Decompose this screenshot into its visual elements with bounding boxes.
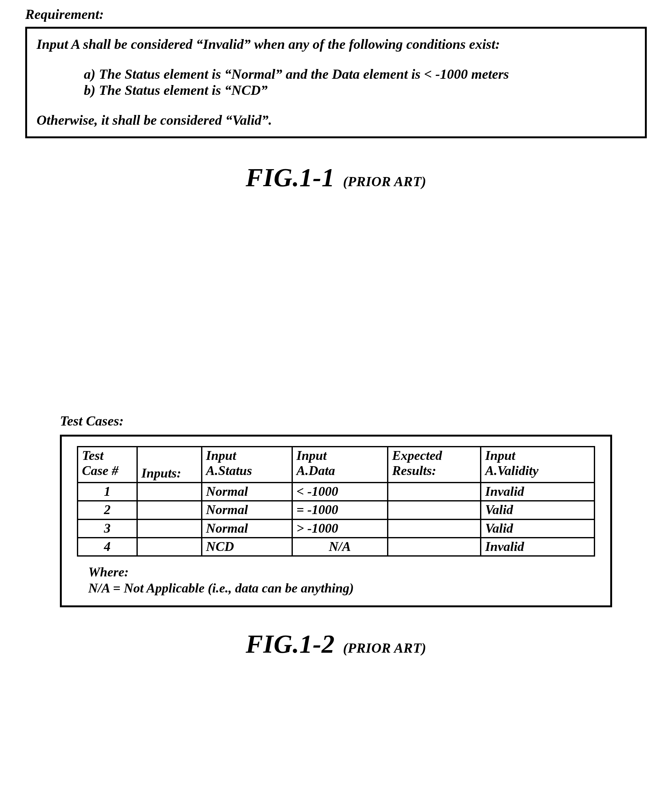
cell-validity: Invalid — [481, 538, 595, 556]
col-header-expected: Expected Results: — [388, 447, 481, 483]
cell-validity: Valid — [481, 520, 595, 538]
cell-expected — [388, 483, 481, 501]
cell-expected — [388, 501, 481, 519]
table-row: 1 Normal < -1000 Invalid — [77, 483, 595, 501]
where-block: Where: N/A = Not Applicable (i.e., data … — [88, 564, 595, 596]
table-row: 3 Normal > -1000 Valid — [77, 520, 595, 538]
cell-validity: Invalid — [481, 483, 595, 501]
figure-1-1-caption: FIG.1-1 (PRIOR ART) — [25, 163, 647, 193]
requirement-otherwise: Otherwise, it shall be considered “Valid… — [37, 112, 638, 128]
test-cases-section-label: Test Cases: — [60, 413, 647, 429]
col-header-a-status: Input A.Status — [202, 447, 292, 483]
cell-inputs — [137, 520, 202, 538]
table-header-row: Test Case # Inputs: Input A.Status Input… — [77, 447, 595, 483]
col-header-inputs: Inputs: — [137, 447, 202, 483]
requirement-section-label: Requirement: — [25, 6, 647, 23]
cell-validity: Valid — [481, 501, 595, 519]
requirement-box: Input A shall be considered “Invalid” wh… — [25, 27, 647, 138]
figure-1-1-priorart: (PRIOR ART) — [343, 174, 426, 189]
table-row: 2 Normal = -1000 Valid — [77, 501, 595, 519]
col-header-test-case-l2: Case # — [82, 463, 119, 478]
requirement-condition-a: a) The Status element is “Normal” and th… — [84, 66, 638, 82]
col-header-expected-l2: Results: — [392, 463, 436, 478]
cell-inputs — [137, 538, 202, 556]
figure-1-2-number: FIG.1-2 — [246, 630, 335, 658]
table-row: 4 NCD N/A Invalid — [77, 538, 595, 556]
requirement-intro: Input A shall be considered “Invalid” wh… — [37, 36, 638, 53]
col-header-a-data-l2: A.Data — [297, 463, 335, 478]
col-header-test-case-l1: Test — [82, 448, 103, 463]
requirement-conditions: a) The Status element is “Normal” and th… — [84, 66, 638, 98]
figure-1-2-caption: FIG.1-2 (PRIOR ART) — [25, 629, 647, 659]
cell-inputs — [137, 501, 202, 519]
col-header-a-validity-l1: Input — [485, 448, 515, 463]
col-header-expected-l1: Expected — [392, 448, 442, 463]
where-label: Where: — [88, 564, 595, 580]
requirement-condition-b: b) The Status element is “NCD” — [84, 82, 638, 98]
cell-data: N/A — [292, 538, 388, 556]
col-header-a-status-l1: Input — [206, 448, 236, 463]
col-header-inputs-text: Inputs: — [142, 466, 181, 480]
col-header-a-data-l1: Input — [297, 448, 327, 463]
cell-case: 2 — [77, 501, 137, 519]
col-header-a-validity: Input A.Validity — [481, 447, 595, 483]
cell-data: < -1000 — [292, 483, 388, 501]
vertical-spacer — [25, 193, 647, 413]
col-header-test-case: Test Case # — [77, 447, 137, 483]
col-header-a-status-l2: A.Status — [206, 463, 252, 478]
cell-case: 1 — [77, 483, 137, 501]
cell-data: > -1000 — [292, 520, 388, 538]
where-text: N/A = Not Applicable (i.e., data can be … — [88, 580, 595, 596]
cell-data: = -1000 — [292, 501, 388, 519]
document-page: Requirement: Input A shall be considered… — [0, 0, 672, 801]
cell-status: Normal — [202, 483, 292, 501]
test-cases-box: Test Case # Inputs: Input A.Status Input… — [60, 435, 612, 607]
cell-case: 4 — [77, 538, 137, 556]
test-cases-table: Test Case # Inputs: Input A.Status Input… — [77, 446, 595, 557]
cell-inputs — [137, 483, 202, 501]
col-header-a-validity-l2: A.Validity — [485, 463, 538, 478]
col-header-a-data: Input A.Data — [292, 447, 388, 483]
figure-1-2-priorart: (PRIOR ART) — [343, 640, 426, 656]
cell-expected — [388, 538, 481, 556]
cell-expected — [388, 520, 481, 538]
figure-1-1-number: FIG.1-1 — [246, 163, 335, 192]
cell-case: 3 — [77, 520, 137, 538]
cell-status: Normal — [202, 520, 292, 538]
cell-status: NCD — [202, 538, 292, 556]
cell-status: Normal — [202, 501, 292, 519]
